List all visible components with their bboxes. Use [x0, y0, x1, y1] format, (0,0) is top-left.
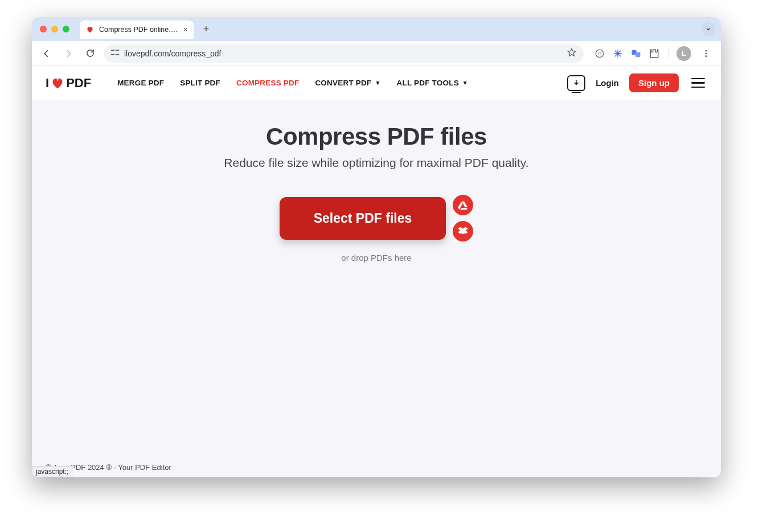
svg-point-10 — [705, 55, 707, 57]
site-settings-icon[interactable] — [110, 48, 120, 58]
caret-down-icon: ▼ — [375, 80, 380, 86]
tab-close-icon[interactable]: × — [183, 25, 188, 34]
close-window-button[interactable] — [40, 26, 47, 32]
extensions-puzzle-icon[interactable] — [649, 48, 660, 59]
status-bar-hint: javascript:; — [32, 466, 72, 477]
site-header: I PDF MERGE PDF SPLIT PDF COMPRESS PDF C… — [32, 66, 721, 100]
svg-rect-1 — [116, 50, 120, 51]
profile-avatar[interactable]: L — [676, 46, 691, 61]
svg-text:G: G — [598, 51, 601, 56]
maximize-window-button[interactable] — [63, 26, 69, 32]
extension-snowflake-icon[interactable] — [612, 48, 623, 59]
main-area: Compress PDF files Reduce file size whil… — [32, 100, 721, 263]
address-bar[interactable]: ilovepdf.com/compress_pdf — [104, 44, 584, 63]
svg-rect-2 — [111, 54, 115, 55]
browser-tab[interactable]: Compress PDF online. Same × — [80, 21, 194, 39]
tabs-overflow-button[interactable] — [702, 22, 715, 36]
reload-button[interactable] — [82, 46, 98, 62]
url-text: ilovepdf.com/compress_pdf — [124, 49, 221, 58]
browser-toolbar: ilovepdf.com/compress_pdf G L — [32, 41, 721, 66]
hamburger-menu-icon[interactable] — [689, 76, 707, 91]
upload-row: Select PDF files — [49, 195, 704, 242]
select-files-button[interactable]: Select PDF files — [280, 197, 446, 240]
back-button[interactable] — [39, 46, 55, 62]
logo-prefix: I — [46, 76, 49, 91]
signup-button[interactable]: Sign up — [629, 73, 679, 92]
site-logo[interactable]: I PDF — [46, 76, 91, 91]
svg-rect-0 — [111, 50, 115, 51]
browser-menu-button[interactable] — [698, 46, 714, 62]
nav-compress[interactable]: COMPRESS PDF — [236, 79, 299, 87]
svg-point-9 — [705, 52, 707, 54]
nav-split[interactable]: SPLIT PDF — [180, 79, 220, 87]
forward-button[interactable] — [60, 46, 76, 62]
page-content: I PDF MERGE PDF SPLIT PDF COMPRESS PDF C… — [32, 66, 721, 477]
minimize-window-button[interactable] — [51, 26, 58, 32]
tab-strip: Compress PDF online. Same × + — [32, 17, 721, 41]
page-title: Compress PDF files — [49, 123, 704, 150]
nav-all-label: ALL PDF TOOLS — [397, 79, 459, 87]
dropbox-button[interactable] — [453, 221, 473, 242]
tab-title: Compress PDF online. Same — [99, 26, 179, 34]
window-controls — [40, 26, 69, 32]
avatar-initial: L — [682, 49, 686, 58]
login-link[interactable]: Login — [596, 78, 619, 88]
main-nav: MERGE PDF SPLIT PDF COMPRESS PDF CONVERT… — [117, 79, 468, 87]
nav-convert-label: CONVERT PDF — [315, 79, 371, 87]
toolbar-divider — [668, 48, 668, 59]
nav-all-tools[interactable]: ALL PDF TOOLS▼ — [397, 79, 468, 87]
logo-suffix: PDF — [66, 76, 91, 91]
page-subtitle: Reduce file size while optimizing for ma… — [49, 156, 704, 170]
nav-merge[interactable]: MERGE PDF — [117, 79, 164, 87]
new-tab-button[interactable]: + — [198, 21, 214, 37]
cloud-upload-column — [453, 195, 473, 242]
bookmark-star-icon[interactable] — [567, 47, 577, 59]
svg-rect-7 — [635, 52, 640, 56]
nav-convert[interactable]: CONVERT PDF▼ — [315, 79, 380, 87]
svg-rect-3 — [116, 54, 120, 55]
caret-down-icon: ▼ — [462, 80, 468, 86]
header-right: Login Sign up — [567, 73, 707, 92]
browser-window: Compress PDF online. Same × + ilovepdf.c… — [32, 17, 721, 477]
svg-point-8 — [705, 50, 707, 52]
extension-translate-icon[interactable] — [630, 48, 642, 59]
google-drive-button[interactable] — [453, 195, 473, 215]
drop-hint: or drop PDFs here — [49, 253, 704, 263]
extensions-row: G L — [594, 46, 714, 62]
heart-icon — [51, 76, 64, 90]
extension-g-icon[interactable]: G — [594, 48, 605, 59]
download-desktop-icon[interactable] — [567, 75, 585, 91]
tab-favicon-icon — [85, 25, 95, 34]
